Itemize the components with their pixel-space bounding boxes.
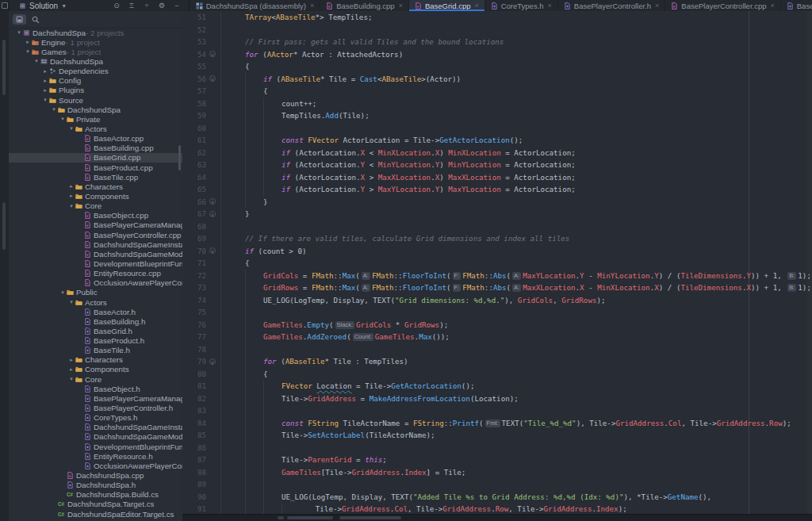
tree-item[interactable]: ▸Components xyxy=(9,191,182,201)
chevron-collapsed-icon[interactable]: ▸ xyxy=(41,68,49,75)
tree-item[interactable]: OcclusionAwarePlayerController.h xyxy=(9,461,182,470)
chevron-expanded-icon[interactable]: ▾ xyxy=(59,116,67,122)
hide-panel-icon[interactable]: − xyxy=(173,0,181,11)
tree-item[interactable]: ▾Source xyxy=(9,95,182,105)
fold-collapse-icon[interactable]: ∨ xyxy=(209,51,216,57)
tool-window-stripe-button[interactable] xyxy=(2,202,6,250)
chevron-expanded-icon[interactable]: ▾ xyxy=(33,58,40,64)
tree-item[interactable]: ▾Public xyxy=(9,288,182,297)
tree-item[interactable]: BaseActor.h xyxy=(9,307,182,316)
tab-close-icon[interactable]: × xyxy=(310,2,314,10)
tree-item[interactable]: +BaseTile.cpp xyxy=(9,172,182,182)
settings-gear-icon[interactable]: ⚙ xyxy=(158,0,166,11)
solution-scope-selector[interactable]: Solution ▼ xyxy=(0,2,106,10)
tree-item[interactable]: BasePlayerCameraManager.h xyxy=(9,393,182,403)
menu-icon[interactable] xyxy=(2,2,8,9)
locate-icon[interactable]: ⊙ xyxy=(113,0,121,11)
tab-close-icon[interactable]: × xyxy=(655,2,659,10)
tab-close-icon[interactable]: × xyxy=(771,2,775,10)
tree-item[interactable]: ▸Characters xyxy=(9,182,182,191)
tab-close-icon[interactable]: × xyxy=(474,2,478,10)
fold-collapse-icon[interactable]: ∨ xyxy=(209,358,216,365)
fold-collapse-icon[interactable]: ∨ xyxy=(209,247,216,254)
expand-all-icon[interactable]: ÷ xyxy=(143,0,151,11)
tree-item[interactable]: BaseBuilding.h xyxy=(9,316,182,326)
tree-item[interactable]: +BaseActor.cpp xyxy=(9,134,182,144)
tree-item[interactable]: +BasePlayerCameraManager.cpp xyxy=(9,220,182,230)
tree-item[interactable]: BaseProduct.h xyxy=(9,336,182,346)
chevron-collapsed-icon[interactable]: ▸ xyxy=(67,193,75,199)
fold-end-icon[interactable]: ∧ xyxy=(209,198,216,205)
tree-item[interactable]: DachshundSpaGameMode.h xyxy=(9,432,182,442)
tree-item[interactable]: BaseGrid.h xyxy=(9,326,182,335)
tree-item[interactable]: ▾DachshundSpa xyxy=(9,56,182,66)
tree-item[interactable]: ▸Components xyxy=(9,365,182,374)
chevron-collapsed-icon[interactable]: ▸ xyxy=(67,183,75,190)
tab-close-icon[interactable]: × xyxy=(399,2,403,10)
chevron-expanded-icon[interactable]: ▾ xyxy=(24,48,32,55)
tool-window-stripe-button[interactable] xyxy=(2,40,6,95)
tree-item[interactable]: +BaseProduct.cpp xyxy=(9,163,182,172)
tree-item[interactable]: BasePlayerController.h xyxy=(9,403,182,412)
tree-item[interactable]: +DachshundSpaGameMode.cpp xyxy=(9,249,182,259)
tree-item[interactable]: CoreTypes.h xyxy=(9,413,182,423)
search-icon[interactable] xyxy=(32,16,40,24)
chevron-expanded-icon[interactable]: ▾ xyxy=(50,106,58,113)
tree-item[interactable]: ▾Core xyxy=(9,374,182,384)
collapse-all-icon[interactable]: Ξ xyxy=(128,0,136,11)
tree-item[interactable]: C#DachshundSpa.Target.cs xyxy=(9,500,182,509)
tree-item[interactable]: ▾Games - 1 project xyxy=(9,47,182,56)
fold-end-icon[interactable]: ∧ xyxy=(209,211,216,217)
tree-item[interactable]: ▸Engine - 1 project xyxy=(9,37,182,47)
chevron-collapsed-icon[interactable]: ▸ xyxy=(24,39,32,45)
breadcrumb-item[interactable] xyxy=(339,516,401,519)
tree-item[interactable]: ▸Characters xyxy=(9,355,182,365)
chevron-collapsed-icon[interactable]: ▸ xyxy=(41,87,49,94)
tree-item[interactable]: ▾Core xyxy=(9,201,182,211)
tree-item[interactable]: ▾Actors xyxy=(9,124,182,133)
chevron-expanded-icon[interactable]: ▾ xyxy=(67,299,75,305)
chevron-expanded-icon[interactable]: ▾ xyxy=(59,289,67,296)
tree-item[interactable]: ▾DachshundSpa - 2 projects xyxy=(9,28,182,37)
tree-item[interactable]: DevelopmentBlueprintFunctionLibrary.h xyxy=(9,442,182,451)
tree-item[interactable]: DachshundSpaGameInstance.h xyxy=(9,423,182,432)
tree-item[interactable]: C#DachshundSpaEditor.Target.cs xyxy=(9,509,182,519)
code-editor[interactable]: 51525354∨5556∨57585960616263646566∧67∧68… xyxy=(182,11,812,515)
editor-tab[interactable]: CoreTypes.h× xyxy=(485,0,558,11)
chevron-collapsed-icon[interactable]: ▸ xyxy=(41,78,49,84)
tree-item[interactable]: ▾Private xyxy=(9,114,182,124)
view-mode-icon[interactable] xyxy=(13,14,26,25)
tree-item[interactable]: EntityResource.h xyxy=(9,451,182,461)
tree-item[interactable]: +EntityResource.cpp xyxy=(9,269,182,278)
fold-collapse-icon[interactable]: ∨ xyxy=(209,75,216,82)
breadcrumb-item[interactable] xyxy=(287,516,333,519)
tree-item[interactable]: +DevelopmentBlueprintFunctionLibrary.cpp xyxy=(9,259,182,268)
editor-tab[interactable]: BaseBuilding.h× xyxy=(781,0,812,11)
tree-item[interactable]: ▸Plugins xyxy=(9,86,182,95)
tree-item[interactable]: ▸Dependencies xyxy=(9,67,182,76)
tree-item[interactable]: BaseTile.h xyxy=(9,346,182,355)
tree-item[interactable]: C#DachshundSpa.Build.cs xyxy=(9,490,182,500)
editor-tab[interactable]: BasePlayerController.h× xyxy=(558,0,665,11)
tree-item[interactable]: ▾Actors xyxy=(9,297,182,307)
editor-tab[interactable]: DachshundSpa (disassembly)× xyxy=(190,0,320,11)
editor-tab[interactable]: +BaseGrid.cpp× xyxy=(409,0,485,11)
chevron-expanded-icon[interactable]: ▾ xyxy=(15,29,23,36)
chevron-collapsed-icon[interactable]: ▸ xyxy=(67,357,75,363)
tree-scrollbar[interactable] xyxy=(178,145,181,170)
chevron-expanded-icon[interactable]: ▾ xyxy=(67,125,75,132)
tree-item[interactable]: ▾DachshundSpa xyxy=(9,105,182,114)
tree-item[interactable]: +DachshundSpa.cpp xyxy=(9,470,182,480)
tree-item[interactable]: ▸Config xyxy=(9,76,182,86)
tree-item[interactable]: +BaseGrid.cpp xyxy=(9,153,182,163)
chevron-expanded-icon[interactable]: ▾ xyxy=(41,97,49,103)
editor-tab[interactable]: +BasePlayerController.cpp× xyxy=(665,0,780,11)
tree-item[interactable]: DachshundSpa.h xyxy=(9,481,182,490)
chevron-expanded-icon[interactable]: ▾ xyxy=(67,376,75,382)
chevron-expanded-icon[interactable]: ▾ xyxy=(67,203,75,209)
tree-item[interactable]: +OcclusionAwarePlayerController.cpp xyxy=(9,278,182,288)
tab-close-icon[interactable]: × xyxy=(548,2,552,10)
tree-item[interactable]: BaseObject.h xyxy=(9,384,182,393)
chevron-collapsed-icon[interactable]: ▸ xyxy=(67,366,75,373)
tree-item[interactable]: +BaseObject.cpp xyxy=(9,211,182,220)
